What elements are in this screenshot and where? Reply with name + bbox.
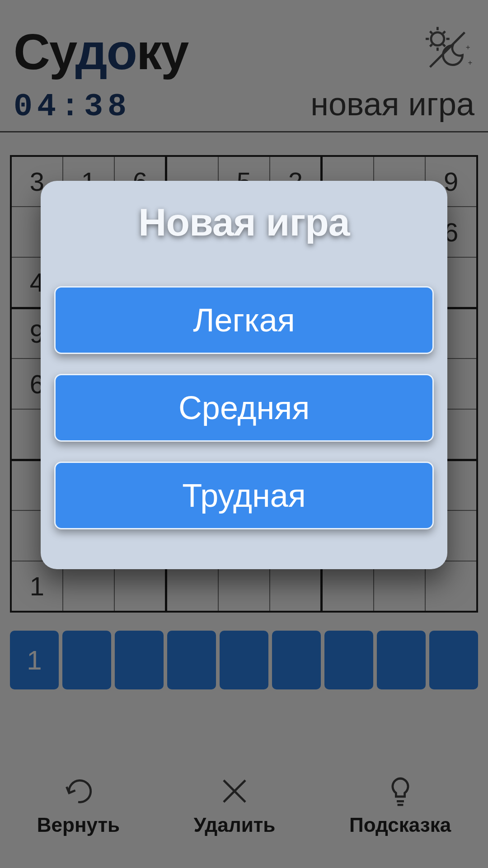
- new-game-modal: Новая игра Легкая Средняя Трудная: [41, 181, 447, 569]
- difficulty-hard-button[interactable]: Трудная: [54, 462, 434, 529]
- difficulty-medium-button[interactable]: Средняя: [54, 374, 434, 442]
- difficulty-easy-button[interactable]: Легкая: [54, 286, 434, 354]
- modal-title: Новая игра: [54, 200, 434, 245]
